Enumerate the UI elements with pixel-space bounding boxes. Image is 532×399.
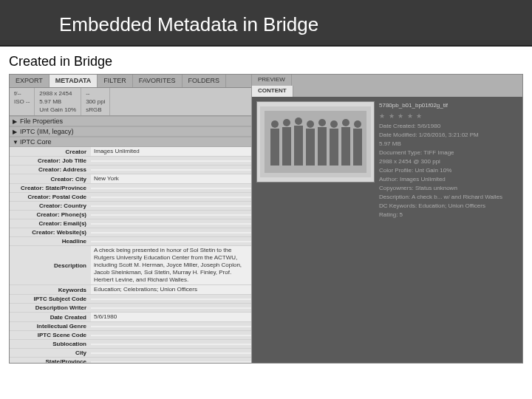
value-phone[interactable] xyxy=(91,214,251,216)
photo-icon xyxy=(260,106,371,177)
preview-info: 5780pb_b01_bp01f02g_tif ★ ★ ★ ★ ★ Date C… xyxy=(379,101,518,219)
label-email: Creator: Email(s) xyxy=(10,219,91,228)
section-iptc-legacy[interactable]: ▶IPTC (IIM, legacy) xyxy=(10,126,251,137)
tab-filter[interactable]: FILTER xyxy=(98,75,132,87)
value-web[interactable] xyxy=(91,232,251,233)
value-email[interactable] xyxy=(91,223,251,225)
value-scenecode[interactable] xyxy=(91,335,251,336)
thumbnail[interactable] xyxy=(256,101,375,183)
value-country[interactable] xyxy=(91,205,251,207)
right-panel: PREVIEW CONTENT xyxy=(252,75,522,363)
svg-point-16 xyxy=(342,119,349,126)
svg-rect-9 xyxy=(353,129,362,166)
metadata-scroll[interactable]: ▶File Properties ▶IPTC (IIM, legacy) ▼IP… xyxy=(10,116,251,363)
value-intgenre[interactable] xyxy=(91,326,251,327)
iptc-core-rows: CreatorImages Unlimited Creator: Job Tit… xyxy=(10,147,251,363)
label-headline: Headline xyxy=(10,237,91,245)
info-bar: f/-- ISO -- 2988 x 2454 5.97 MB Unt Gain… xyxy=(10,88,251,116)
svg-point-17 xyxy=(354,120,361,128)
section-fileprops[interactable]: ▶File Properties xyxy=(10,116,251,126)
slide-subtitle: Created in Bridge xyxy=(0,47,532,74)
svg-rect-3 xyxy=(282,127,291,166)
preview-dckeywords: DC Keywords: Education; Union Officers xyxy=(379,202,518,211)
info-iso: ISO -- xyxy=(14,98,30,106)
preview-colorprofile: Color Profile: Unt Gain 10% xyxy=(379,166,518,175)
svg-point-15 xyxy=(330,120,338,128)
chevron-right-icon: ▶ xyxy=(13,129,20,135)
preview-filename: 5780pb_b01_bp01f02g_tif xyxy=(379,101,518,110)
info-profile: sRGB xyxy=(86,106,105,114)
chevron-right-icon: ▶ xyxy=(13,118,20,125)
value-city[interactable]: New York xyxy=(91,174,251,183)
label-scenecode: IPTC Scene Code xyxy=(10,331,91,339)
label-address: Creator: Address xyxy=(10,166,91,174)
value-subjcode[interactable] xyxy=(91,299,251,300)
label-intgenre: Intellectual Genre xyxy=(10,322,91,330)
label-city2: City xyxy=(10,349,91,357)
tab-content[interactable]: CONTENT xyxy=(252,86,293,97)
info-dim: 2988 x 2454 xyxy=(39,89,76,98)
value-headline[interactable] xyxy=(91,241,251,242)
label-postal: Creator: Postal Code xyxy=(10,193,91,201)
preview-created: Date Created: 5/6/1980 xyxy=(379,122,518,131)
content-bg xyxy=(252,224,522,363)
value-description[interactable]: A check being presented in honor of Sol … xyxy=(91,246,251,284)
label-country: Creator: Country xyxy=(10,202,91,210)
label-state2: State/Province xyxy=(10,358,91,363)
label-description: Description xyxy=(10,262,91,270)
preview-doctype: Document Type: TIFF Image xyxy=(379,149,518,157)
info-gain: Unt Gain 10% xyxy=(39,106,76,114)
slide-title: Embedded Metadata in Bridge xyxy=(59,13,532,36)
value-subloc[interactable] xyxy=(91,344,251,345)
preview-modified: Date Modified: 1/26/2016, 3:21:02 PM xyxy=(379,131,518,140)
label-city: Creator: City xyxy=(10,175,91,183)
preview-rating: Rating: 5 xyxy=(379,211,518,219)
info-size: 5.97 MB xyxy=(39,98,76,106)
svg-point-10 xyxy=(271,120,279,128)
label-phone: Creator: Phone(s) xyxy=(10,211,91,219)
label-state: Creator: State/Province xyxy=(10,184,91,192)
info-dpi: 300 ppi xyxy=(86,98,105,106)
tab-metadata[interactable]: METADATA xyxy=(50,75,98,87)
rating-stars[interactable]: ★ ★ ★ ★ ★ xyxy=(379,112,518,120)
tab-folders[interactable]: FOLDERS xyxy=(183,75,227,87)
tab-export[interactable]: EXPORT xyxy=(10,75,50,87)
svg-rect-5 xyxy=(306,129,315,166)
preview-dims: 2988 x 2454 @ 300 ppi xyxy=(379,157,518,166)
value-jobtitle[interactable] xyxy=(91,160,251,162)
svg-rect-2 xyxy=(270,129,279,166)
bridge-app: EXPORT METADATA FILTER FAVORITES FOLDERS… xyxy=(9,74,523,364)
left-tabs: EXPORT METADATA FILTER FAVORITES FOLDERS xyxy=(10,75,251,88)
label-keywords: Keywords xyxy=(10,286,91,294)
svg-rect-7 xyxy=(330,129,338,166)
preview-copyowners: Copyowners: Status unknown xyxy=(379,184,518,193)
value-state2[interactable] xyxy=(91,361,251,363)
svg-rect-4 xyxy=(294,126,303,166)
preview-area: 5780pb_b01_bp01f02g_tif ★ ★ ★ ★ ★ Date C… xyxy=(252,97,522,224)
svg-point-12 xyxy=(295,117,302,125)
value-creator[interactable]: Images Unlimited xyxy=(91,147,251,156)
preview-author: Author: Images Unlimited xyxy=(379,175,518,184)
label-subjcode: IPTC Subject Code xyxy=(10,295,91,303)
svg-point-11 xyxy=(283,119,290,126)
label-web: Creator: Website(s) xyxy=(10,228,91,236)
svg-rect-6 xyxy=(318,127,327,166)
section-iptc-core[interactable]: ▼IPTC Core xyxy=(10,137,251,147)
value-datecreated[interactable]: 5/6/1980 xyxy=(91,313,251,321)
value-descwriter[interactable] xyxy=(91,307,251,309)
label-subloc: Sublocation xyxy=(10,340,91,348)
preview-filesize: 5.97 MB xyxy=(379,140,518,149)
value-postal[interactable] xyxy=(91,197,251,198)
value-keywords[interactable]: Education; Celebrations; Union Officers xyxy=(91,285,251,294)
label-descwriter: Description Writer xyxy=(10,304,91,312)
label-creator: Creator xyxy=(10,148,91,156)
tab-preview[interactable]: PREVIEW xyxy=(252,75,292,86)
left-panel: EXPORT METADATA FILTER FAVORITES FOLDERS… xyxy=(10,75,252,363)
svg-point-14 xyxy=(318,119,326,126)
value-address[interactable] xyxy=(91,169,251,171)
label-jobtitle: Creator: Job Title xyxy=(10,157,91,165)
slide-header: Embedded Metadata in Bridge xyxy=(0,0,532,47)
tab-favorites[interactable]: FAVORITES xyxy=(133,75,183,87)
value-state[interactable] xyxy=(91,188,251,189)
value-city2[interactable] xyxy=(91,352,251,354)
